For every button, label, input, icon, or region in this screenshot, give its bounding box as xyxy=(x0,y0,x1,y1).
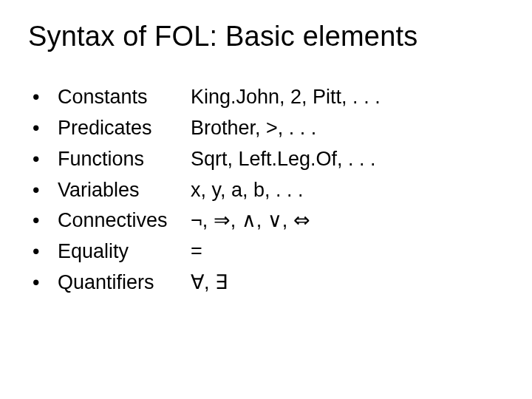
bullet-icon: • xyxy=(28,113,58,144)
bullet-icon: • xyxy=(28,144,58,175)
item-examples: = xyxy=(191,236,504,267)
list-item: • Equality = xyxy=(28,236,504,267)
item-examples: x, y, a, b, . . . xyxy=(191,175,504,206)
item-label: Equality xyxy=(58,236,191,267)
slide-title: Syntax of FOL: Basic elements xyxy=(28,21,504,52)
list-item: • Functions Sqrt, Left.Leg.Of, . . . xyxy=(28,144,504,175)
list-item: • Constants King.John, 2, Pitt, . . . xyxy=(28,82,504,113)
item-label: Connectives xyxy=(58,205,191,236)
slide: Syntax of FOL: Basic elements • Constant… xyxy=(0,0,532,399)
list-item: • Connectives ¬, ⇒, ∧, ∨, ⇔ xyxy=(28,205,504,236)
item-label: Quantifiers xyxy=(58,267,191,299)
bullet-icon: • xyxy=(28,267,58,299)
item-examples: Brother, >, . . . xyxy=(191,113,504,144)
bullet-icon: • xyxy=(28,205,58,236)
item-examples: ∀, ∃ xyxy=(191,267,504,299)
list-item: • Predicates Brother, >, . . . xyxy=(28,113,504,144)
list-item: • Quantifiers ∀, ∃ xyxy=(28,267,504,299)
item-examples: King.John, 2, Pitt, . . . xyxy=(191,82,504,113)
bullet-icon: • xyxy=(28,175,58,206)
bullet-icon: • xyxy=(28,236,58,267)
bullet-icon: • xyxy=(28,82,58,113)
item-label: Predicates xyxy=(58,113,191,144)
item-label: Functions xyxy=(58,144,191,175)
item-label: Variables xyxy=(58,175,191,206)
item-label: Constants xyxy=(58,82,191,113)
bullet-list: • Constants King.John, 2, Pitt, . . . • … xyxy=(28,82,504,299)
item-examples: ¬, ⇒, ∧, ∨, ⇔ xyxy=(191,205,504,236)
list-item: • Variables x, y, a, b, . . . xyxy=(28,175,504,206)
item-examples: Sqrt, Left.Leg.Of, . . . xyxy=(191,144,504,175)
